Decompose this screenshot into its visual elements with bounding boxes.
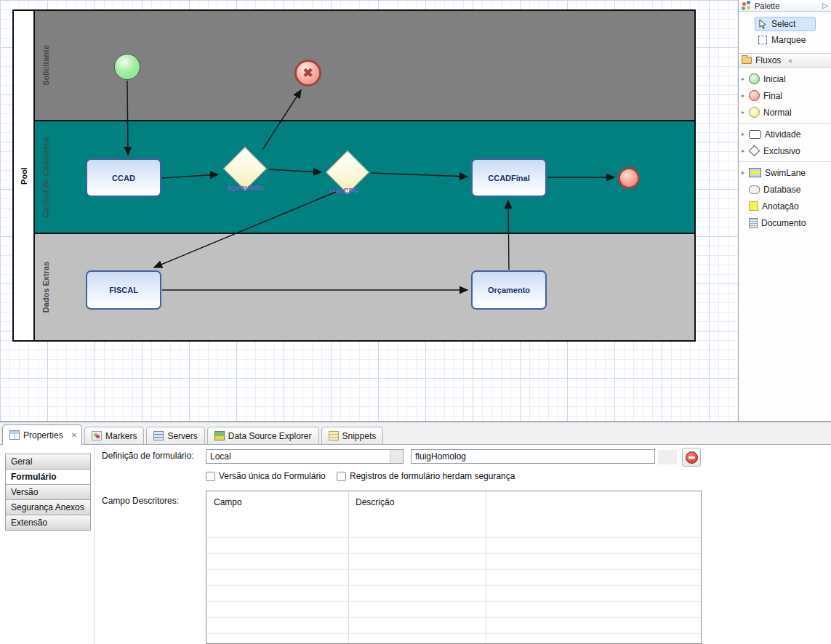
error-x-icon: ✖ (302, 67, 313, 79)
lane-dados-label: Dados Extras (41, 262, 50, 313)
fluxos-drawer-header[interactable]: Fluxos « (739, 54, 831, 68)
palette-item-swimlane[interactable]: ▸ SwimLane (739, 164, 831, 181)
palette-title: Palette (755, 1, 779, 10)
tab-label: Data Source Explorer (228, 431, 312, 441)
database-icon (749, 185, 760, 194)
section-versao[interactable]: Versão (5, 484, 91, 500)
expander-icon[interactable]: ▸ (742, 109, 744, 116)
task-fiscal-label: FISCAL (109, 286, 138, 294)
properties-sections: Geral Formulário Versão Segurança Anexos… (0, 445, 95, 644)
section-formulario[interactable]: Formulário (5, 469, 91, 485)
table-row[interactable] (206, 538, 701, 554)
table-row[interactable] (206, 586, 701, 602)
palette-panel: Palette ▷ Select Marquee Fluxos « (739, 0, 831, 421)
palette-item-database[interactable]: Database (739, 181, 831, 198)
expander-icon[interactable]: ▸ (742, 131, 744, 137)
palette-collapse-icon[interactable]: ▷ (822, 1, 828, 9)
tab-markers[interactable]: Markers (84, 427, 144, 444)
task-orcamento[interactable]: Orçamento (471, 270, 547, 310)
table-row[interactable] (206, 570, 701, 586)
tab-properties[interactable]: Properties ✕ (2, 424, 82, 445)
column-header-descricao[interactable]: Descrição (356, 497, 394, 507)
diagram-canvas[interactable]: Pool Solicitante Central de Cadastros Da… (0, 0, 739, 421)
pool-label: Pool (20, 167, 28, 185)
form-name-input[interactable] (411, 449, 655, 464)
snippets-icon (329, 431, 339, 440)
tool-marquee[interactable]: Marquee (755, 33, 816, 47)
task-ccad[interactable]: CCAD (86, 158, 161, 197)
palette-item-final[interactable]: ▸ Final (739, 87, 831, 104)
descriptors-label: Campo Descritores: (102, 496, 179, 506)
palette-icon (742, 1, 751, 10)
activity-icon (749, 130, 761, 139)
properties-body: Geral Formulário Versão Segurança Anexos… (0, 445, 831, 644)
table-row[interactable] (206, 554, 701, 570)
section-geral[interactable]: Geral (5, 454, 91, 470)
tool-marquee-label: Marquee (771, 35, 806, 45)
drawer-pin-icon[interactable]: « (788, 57, 792, 65)
tab-label: Servers (167, 431, 197, 441)
swimlane-icon (749, 168, 761, 177)
palette-item-normal[interactable]: ▸ Normal (739, 104, 831, 121)
palette-tools-group: Select Marquee (739, 12, 831, 54)
properties-view: Properties ✕ Markers Servers Data Source… (0, 422, 831, 644)
folder-icon (742, 57, 752, 64)
close-icon[interactable]: ✕ (71, 431, 77, 439)
markers-icon (92, 431, 102, 440)
palette-item-label: Atividade (765, 129, 800, 140)
palette-items: ▸ Inicial ▸ Final ▸ Normal ▸ (739, 68, 831, 231)
exclusive-gateway-icon (749, 145, 760, 157)
single-version-checkbox[interactable] (206, 472, 215, 481)
table-row[interactable] (206, 522, 701, 538)
column-divider[interactable] (348, 491, 349, 643)
end-event-node[interactable] (618, 167, 640, 189)
section-label: Geral (11, 456, 32, 467)
palette-separator (739, 123, 831, 124)
descriptors-table[interactable]: Campo Descrição (206, 491, 702, 644)
palette-header[interactable]: Palette ▷ (739, 0, 831, 12)
browse-button[interactable] (658, 450, 677, 464)
palette-item-documento[interactable]: Documento (739, 214, 831, 231)
task-ccadfinal[interactable]: CCADFinal (471, 158, 547, 197)
tab-data-source-explorer[interactable]: Data Source Explorer (207, 427, 319, 444)
column-header-campo[interactable]: Campo (214, 497, 242, 507)
section-label: Extensão (11, 518, 47, 528)
document-icon (749, 218, 758, 228)
palette-item-inicial[interactable]: ▸ Inicial (739, 71, 831, 87)
inherit-security-checkbox-row: Registros de formulário herdam segurança (337, 471, 515, 481)
inherit-security-checkbox[interactable] (337, 472, 346, 481)
tool-select[interactable]: Select (755, 17, 816, 31)
definition-type-combo[interactable]: Local (206, 449, 404, 464)
section-seguranca-anexos[interactable]: Segurança Anexos (5, 499, 91, 515)
task-ccadfinal-label: CCADFinal (488, 174, 529, 182)
palette-item-label: Anotação (762, 201, 799, 212)
inherit-security-label: Registros de formulário herdam segurança (350, 471, 515, 481)
normal-event-icon (749, 107, 760, 118)
table-row[interactable] (206, 602, 701, 618)
remove-form-button[interactable] (682, 448, 701, 467)
annotation-icon (749, 201, 758, 211)
data-source-explorer-icon (214, 431, 225, 440)
expander-icon[interactable]: ▸ (742, 76, 744, 82)
table-row[interactable] (206, 634, 701, 644)
tab-servers[interactable]: Servers (146, 427, 204, 444)
task-fiscal[interactable]: FISCAL (86, 270, 161, 310)
tab-snippets[interactable]: Snippets (321, 427, 384, 444)
table-row[interactable] (206, 618, 701, 634)
column-divider[interactable] (486, 491, 486, 643)
palette-item-label: Documento (761, 218, 806, 228)
task-orcamento-label: Orçamento (488, 286, 530, 294)
expander-icon[interactable]: ▸ (742, 148, 744, 154)
expander-icon[interactable]: ▸ (742, 92, 744, 99)
combo-dropdown-button[interactable] (390, 450, 403, 463)
palette-item-exclusivo[interactable]: ▸ Exclusivo (739, 142, 831, 159)
palette-item-label: Exclusivo (763, 146, 800, 156)
start-event-node[interactable] (114, 54, 140, 80)
fluxos-drawer-title: Fluxos (755, 55, 781, 65)
section-extensao[interactable]: Extensão (5, 515, 91, 531)
palette-item-atividade[interactable]: ▸ Atividade (739, 126, 831, 142)
palette-item-anotacao[interactable]: Anotação (739, 198, 831, 214)
error-end-event-node[interactable]: ✖ (294, 60, 321, 86)
expander-icon[interactable]: ▸ (742, 169, 744, 176)
end-event-icon (749, 90, 760, 101)
